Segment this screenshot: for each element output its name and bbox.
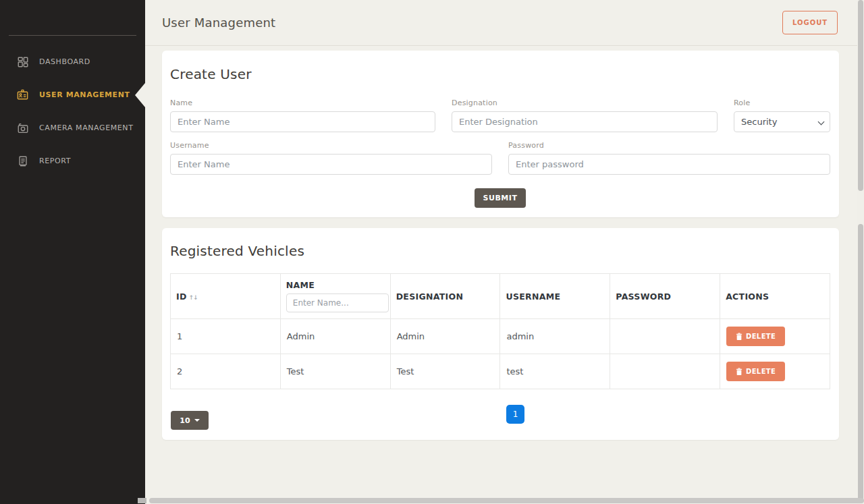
- page-size-dropdown[interactable]: 10: [171, 411, 209, 430]
- cell-username: test: [500, 354, 610, 389]
- name-field-group: Name: [170, 99, 435, 132]
- registered-vehicles-title: Registered Vehicles: [170, 243, 830, 259]
- sidebar-item-dashboard[interactable]: DASHBOARD: [0, 45, 145, 78]
- id-header-label: ID: [176, 291, 187, 302]
- column-header-actions: ACTIONS: [720, 274, 830, 319]
- column-header-password: PASSWORD: [610, 274, 720, 319]
- cell-actions: DELETE: [720, 319, 830, 354]
- content-area: Create User Name Designation Role Securi…: [145, 46, 864, 440]
- cell-name: Admin: [280, 319, 390, 354]
- cell-id: 2: [171, 354, 281, 389]
- cell-username: admin: [500, 319, 610, 354]
- cell-designation: Test: [390, 354, 500, 389]
- column-header-username: USERNAME: [500, 274, 610, 319]
- horizontal-scrollbar-segment[interactable]: [138, 498, 146, 503]
- cell-password: [610, 354, 720, 389]
- page-title: User Management: [162, 16, 275, 30]
- table-row: 1 Admin Admin admin DELETE: [171, 319, 830, 354]
- table-body: 1 Admin Admin admin DELETE 2 Test Test t…: [171, 319, 830, 389]
- sidebar: DASHBOARD USER MANAGEMENT: [0, 0, 145, 504]
- page-size-value: 10: [180, 416, 190, 425]
- delete-label: DELETE: [746, 333, 776, 340]
- submit-button[interactable]: SUBMIT: [475, 188, 526, 208]
- sidebar-item-label: REPORT: [39, 157, 71, 165]
- top-header: User Management LOGOUT: [145, 0, 864, 46]
- delete-button[interactable]: DELETE: [726, 362, 785, 381]
- cell-name: Test: [280, 354, 390, 389]
- form-row-2: Username Password: [170, 141, 830, 175]
- user-card-icon: [16, 88, 29, 101]
- cell-password: [610, 319, 720, 354]
- dashboard-icon: [16, 55, 29, 68]
- table-head: ID↑↓ NAME DESIGNATION USERNAME PASSWORD …: [171, 274, 830, 319]
- password-label: Password: [508, 141, 830, 150]
- designation-field-group: Designation: [452, 99, 718, 132]
- submit-wrap: SUBMIT: [170, 188, 830, 208]
- sidebar-item-user-management[interactable]: USER MANAGEMENT: [0, 78, 145, 111]
- designation-input[interactable]: [452, 111, 718, 132]
- caret-down-icon: [194, 419, 200, 422]
- report-icon: [16, 155, 29, 167]
- sidebar-nav: DASHBOARD USER MANAGEMENT: [0, 36, 145, 177]
- username-input[interactable]: [170, 154, 492, 175]
- username-field-group: Username: [170, 141, 492, 175]
- role-select[interactable]: Security: [734, 111, 830, 132]
- sidebar-logo-area: [0, 0, 145, 35]
- cell-actions: DELETE: [720, 354, 830, 389]
- sidebar-item-label: CAMERA MANAGEMENT: [39, 123, 134, 132]
- horizontal-scrollbar-thumb[interactable]: [149, 498, 864, 503]
- column-header-designation: DESIGNATION: [390, 274, 500, 319]
- password-input[interactable]: [508, 154, 830, 175]
- trash-icon: [736, 368, 742, 376]
- table-row: 2 Test Test test DELETE: [171, 354, 830, 389]
- pagination-page-1-button[interactable]: 1: [506, 405, 524, 424]
- username-label: Username: [170, 141, 492, 150]
- vertical-scrollbar-thumb-top[interactable]: [858, 0, 863, 191]
- cell-designation: Admin: [390, 319, 500, 354]
- sidebar-item-camera-management[interactable]: CAMERA MANAGEMENT: [0, 111, 145, 144]
- trash-icon: [736, 333, 742, 341]
- camera-icon: [16, 121, 29, 134]
- sidebar-item-label: DASHBOARD: [39, 57, 90, 66]
- name-label: Name: [170, 99, 435, 107]
- table-footer: 10 1: [170, 405, 830, 432]
- column-header-id[interactable]: ID↑↓: [171, 274, 281, 319]
- sort-icon[interactable]: ↑↓: [189, 294, 198, 301]
- active-item-arrow: [135, 83, 145, 107]
- cell-id: 1: [171, 319, 281, 354]
- password-field-group: Password: [508, 141, 830, 175]
- form-row-1: Name Designation Role Security: [170, 99, 830, 132]
- registered-table: ID↑↓ NAME DESIGNATION USERNAME PASSWORD …: [170, 273, 830, 389]
- designation-label: Designation: [452, 99, 718, 107]
- role-field-group: Role Security: [734, 99, 830, 132]
- create-user-card: Create User Name Designation Role Securi…: [162, 51, 839, 217]
- registered-vehicles-card: Registered Vehicles ID↑↓ NAME DESIGNATIO…: [162, 228, 839, 440]
- sidebar-item-report[interactable]: REPORT: [0, 144, 145, 177]
- logout-button[interactable]: LOGOUT: [782, 11, 838, 34]
- name-filter-input[interactable]: [286, 293, 389, 312]
- main-area: User Management LOGOUT Create User Name …: [145, 0, 864, 504]
- app-root: DASHBOARD USER MANAGEMENT: [0, 0, 864, 504]
- vertical-scrollbar-track[interactable]: [857, 0, 864, 504]
- column-header-name: NAME: [280, 274, 390, 319]
- vertical-scrollbar-thumb-bottom[interactable]: [858, 224, 863, 502]
- delete-button[interactable]: DELETE: [726, 327, 785, 346]
- role-label: Role: [734, 99, 830, 107]
- create-user-title: Create User: [170, 66, 830, 82]
- delete-label: DELETE: [746, 368, 776, 375]
- name-header-label: NAME: [286, 280, 385, 290]
- sidebar-item-label: USER MANAGEMENT: [39, 90, 130, 99]
- name-input[interactable]: [170, 111, 435, 132]
